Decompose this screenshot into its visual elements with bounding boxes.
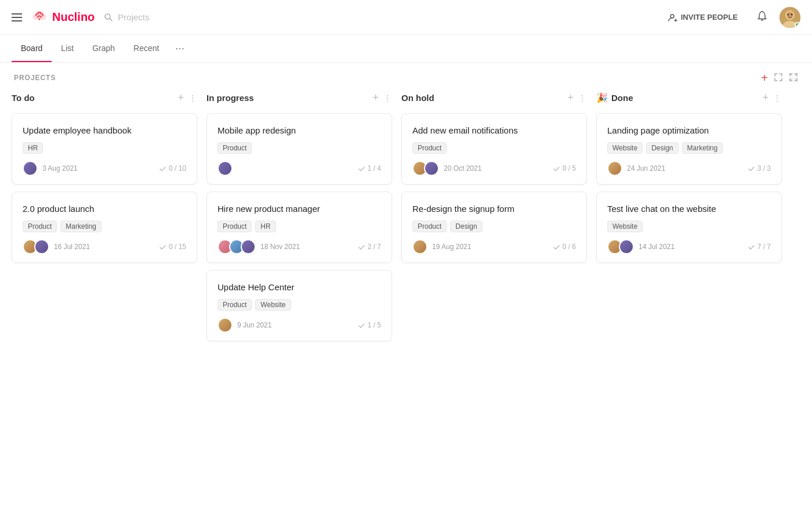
card-date: 14 Jul 2021 — [639, 243, 675, 251]
tag: Product — [217, 142, 252, 154]
avatar — [619, 239, 634, 254]
expand-icon[interactable] — [774, 73, 783, 84]
card-avatars — [412, 161, 439, 176]
card-meta: 14 Jul 2021 — [607, 239, 675, 254]
card-test-live-chat[interactable]: Test live chat on the website Website 14… — [596, 192, 782, 263]
card-avatars — [217, 161, 233, 176]
tab-recent[interactable]: Recent — [124, 35, 168, 62]
column-done-title: 🎉 Done — [596, 92, 762, 103]
column-done-add[interactable]: + — [762, 92, 768, 104]
card-avatars — [607, 161, 622, 176]
header: Nuclino Projects INVITE PEOPLE — [0, 0, 812, 35]
tag: Website — [255, 299, 291, 311]
notifications-button[interactable] — [756, 10, 768, 24]
card-date: 18 Nov 2021 — [260, 243, 300, 251]
card-footer: 14 Jul 2021 7 / 7 — [607, 239, 771, 254]
card-date: 20 Oct 2021 — [444, 164, 481, 172]
progress-value: 3 / 3 — [757, 164, 771, 172]
tab-graph[interactable]: Graph — [83, 35, 124, 62]
check-icon — [748, 243, 755, 251]
column-todo-more[interactable]: ⋮ — [188, 93, 197, 103]
tab-board[interactable]: Board — [12, 35, 52, 62]
card-title: 2.0 product launch — [23, 203, 186, 215]
column-inprogress-more[interactable]: ⋮ — [383, 93, 392, 103]
card-avatars — [217, 239, 256, 254]
tag: Website — [607, 221, 643, 232]
card-title: Test live chat on the website — [607, 203, 771, 215]
card-meta: 16 Jul 2021 — [23, 239, 90, 254]
card-meta: 9 Jun 2021 — [217, 318, 271, 333]
search-area[interactable]: Projects — [104, 12, 149, 22]
board-actions: + — [761, 72, 798, 84]
card-update-employee-handbook[interactable]: Update employee handbook HR 3 Aug 2021 0… — [12, 113, 197, 185]
card-progress: 0 / 10 — [159, 164, 186, 172]
column-onhold-more[interactable]: ⋮ — [578, 93, 587, 103]
avatar — [607, 161, 622, 176]
tag: Product — [217, 299, 252, 311]
board-header: PROJECTS + — [0, 63, 812, 89]
card-update-help-center[interactable]: Update Help Center Product Website 9 Jun… — [206, 270, 392, 341]
progress-value: 0 / 5 — [563, 164, 576, 172]
invite-people-button[interactable]: INVITE PEOPLE — [661, 9, 745, 26]
column-todo-header: To do + ⋮ — [12, 89, 197, 106]
card-footer: 18 Nov 2021 2 / 7 — [217, 239, 381, 254]
check-icon — [358, 243, 365, 251]
logo-icon — [31, 9, 48, 25]
card-date: 9 Jun 2021 — [237, 321, 271, 329]
column-onhold-add[interactable]: + — [567, 92, 574, 104]
card-progress: 7 / 7 — [748, 243, 771, 251]
add-board-button[interactable]: + — [761, 72, 768, 84]
card-tags: Website Design Marketing — [607, 142, 771, 154]
column-todo-add[interactable]: + — [177, 92, 184, 104]
svg-point-2 — [670, 15, 674, 18]
tab-list[interactable]: List — [52, 35, 83, 62]
check-icon — [358, 322, 365, 329]
tag: Design — [646, 142, 678, 154]
card-mobile-app-redesign[interactable]: Mobile app redesign Product 1 / 4 — [206, 113, 392, 185]
progress-value: 0 / 15 — [169, 243, 186, 251]
column-done-header: 🎉 Done + ⋮ — [596, 89, 782, 106]
card-footer: 19 Aug 2021 0 / 6 — [412, 239, 576, 254]
card-title: Landing page optimization — [607, 124, 771, 136]
progress-value: 0 / 6 — [563, 243, 576, 251]
card-meta — [217, 161, 237, 176]
column-onhold-title: On hold — [401, 93, 567, 103]
column-inprogress-add[interactable]: + — [372, 92, 379, 104]
tag: HR — [23, 142, 43, 154]
avatar — [23, 161, 38, 176]
card-avatars — [217, 318, 233, 333]
avatar — [412, 239, 427, 254]
user-avatar[interactable] — [780, 7, 800, 28]
column-done-more[interactable]: ⋮ — [773, 93, 782, 103]
tag: Product — [412, 221, 447, 232]
card-progress: 3 / 3 — [748, 164, 771, 172]
card-hire-product-manager[interactable]: Hire new product manager Product HR 18 N… — [206, 192, 392, 263]
collapse-icon[interactable] — [789, 73, 798, 84]
svg-point-0 — [39, 19, 41, 20]
menu-button[interactable] — [12, 13, 22, 21]
card-title: Update employee handbook — [23, 124, 186, 136]
card-footer: 3 Aug 2021 0 / 10 — [23, 161, 186, 176]
svg-point-8 — [791, 13, 793, 15]
card-title: Add new email notifications — [412, 124, 576, 136]
logo[interactable]: Nuclino — [31, 9, 95, 25]
card-product-launch[interactable]: 2.0 product launch Product Marketing 16 … — [12, 192, 197, 263]
card-progress: 0 / 5 — [553, 164, 576, 172]
view-tabs: Board List Graph Recent ⋯ — [0, 35, 812, 63]
check-icon — [553, 243, 560, 251]
invite-icon — [668, 13, 677, 22]
tabs-more-button[interactable]: ⋯ — [171, 35, 189, 62]
card-landing-page-optimization[interactable]: Landing page optimization Website Design… — [596, 113, 782, 185]
card-footer: 1 / 4 — [217, 161, 381, 176]
card-footer: 16 Jul 2021 0 / 15 — [23, 239, 186, 254]
card-date: 3 Aug 2021 — [42, 164, 78, 172]
progress-value: 0 / 10 — [169, 164, 186, 172]
card-redesign-signup[interactable]: Re-design the signup form Product Design… — [401, 192, 587, 263]
party-emoji: 🎉 — [596, 92, 608, 103]
progress-value: 1 / 5 — [368, 321, 381, 329]
invite-label: INVITE PEOPLE — [681, 13, 738, 21]
card-title: Hire new product manager — [217, 203, 381, 215]
search-icon — [104, 13, 113, 22]
card-tags: Product — [412, 142, 576, 154]
card-email-notifications[interactable]: Add new email notifications Product 20 O… — [401, 113, 587, 185]
